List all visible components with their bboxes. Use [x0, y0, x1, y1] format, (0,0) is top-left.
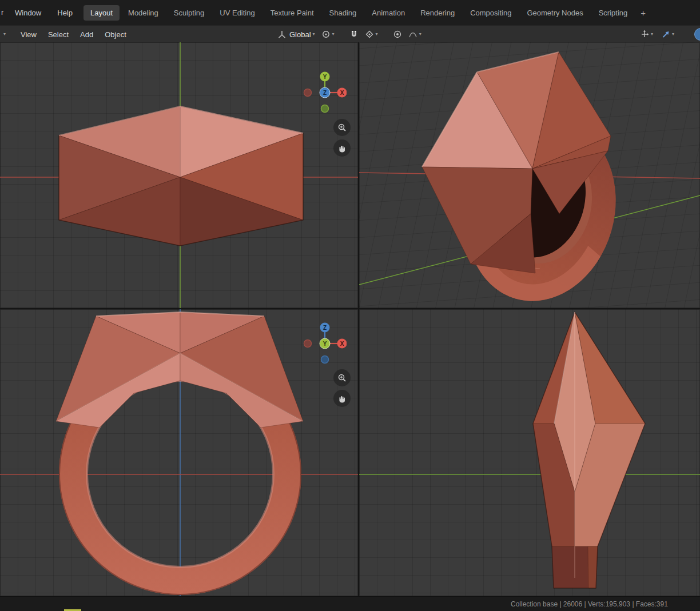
chevron-down-icon: ▾ [651, 32, 653, 37]
viewport-top-view[interactable]: Y X Z [0, 42, 358, 308]
menu-help[interactable]: Help [57, 9, 73, 17]
zoom-button[interactable] [333, 369, 351, 386]
viewport-side-view[interactable] [359, 309, 700, 596]
menu-cut[interactable]: r [1, 8, 3, 17]
ring-model-front-view[interactable] [56, 312, 303, 595]
overlays-arrow-icon [661, 30, 670, 39]
workspace-tab-compositing[interactable]: Compositing [463, 5, 518, 21]
hand-icon [337, 394, 347, 403]
workspace-tab-geometry-nodes[interactable]: Geometry Nodes [520, 5, 590, 21]
zoom-button[interactable] [333, 119, 351, 136]
hand-icon [337, 143, 347, 153]
topbar-menus: Window Help [15, 0, 73, 25]
svg-text:X: X [340, 341, 344, 347]
workspace-tab-rendering[interactable]: Rendering [413, 5, 462, 21]
menu-select[interactable]: Select [48, 30, 69, 39]
ring-model-side-view[interactable] [533, 312, 645, 588]
orientation-label: Global [289, 30, 311, 39]
viewport-header: ▾ View Select Add Object Global ▾ [0, 25, 700, 43]
overlays-dropdown[interactable]: ▾ [659, 29, 676, 40]
menu-add[interactable]: Add [80, 30, 93, 39]
add-workspace-button[interactable]: + [636, 5, 650, 21]
statusbar: Collection base | 26006 | Verts:195,903 … [0, 596, 700, 611]
menu-window[interactable]: Window [15, 9, 41, 17]
gizmos-icon [640, 30, 649, 39]
workspace-tab-animation[interactable]: Animation [365, 5, 412, 21]
workspace-tab-sculpting[interactable]: Sculpting [167, 5, 211, 21]
svg-text:Y: Y [323, 74, 327, 80]
falloff-dropdown[interactable]: ▾ [407, 29, 423, 40]
viewport-perspective-view[interactable] [359, 42, 700, 308]
pan-button[interactable] [333, 139, 351, 157]
viewport-display-controls: ▾ ▾ [638, 26, 676, 43]
magnifier-plus-icon [337, 373, 347, 382]
workspace-tabs: Layout Modeling Sculpting UV Editing Tex… [83, 0, 650, 25]
transform-orientation-icon [277, 30, 287, 39]
proportional-editing-icon [393, 30, 402, 39]
workspace-tab-uv-editing[interactable]: UV Editing [213, 5, 261, 21]
viewport-controls: Global ▾ ▾ [276, 26, 423, 43]
pivot-point-dropdown[interactable]: ▾ [320, 29, 336, 40]
magnet-icon [349, 30, 359, 39]
workspace-tab-shading[interactable]: Shading [323, 5, 364, 21]
chevron-down-icon: ▾ [313, 32, 315, 37]
chevron-down-icon: ▾ [672, 32, 674, 37]
workspace-tab-scripting[interactable]: Scripting [592, 5, 635, 21]
snap-target-icon [365, 30, 374, 39]
scene-statistics: Collection base | 26006 | Verts:195,903 … [511, 600, 668, 608]
editor-type-dropdown[interactable]: ▾ [3, 32, 6, 37]
viewport-front-view[interactable]: Z X Y [0, 309, 358, 596]
viewport-menus: View Select Add Object [21, 26, 126, 43]
gizmo-axis-z-negative[interactable] [321, 356, 329, 364]
svg-text:Z: Z [323, 325, 327, 331]
snap-toggle-button[interactable] [348, 29, 360, 40]
ring-model-top-view[interactable] [59, 106, 303, 246]
gizmo-axis-x-negative[interactable] [304, 89, 312, 97]
navigation-gizmo[interactable]: Z X Y [303, 322, 347, 365]
svg-text:Z: Z [323, 90, 327, 96]
svg-text:Y: Y [323, 341, 327, 347]
chevron-down-icon: ▾ [419, 32, 421, 37]
topbar: r Window Help Layout Modeling Sculpting … [0, 0, 700, 25]
magnifier-plus-icon [337, 123, 347, 132]
quad-view: Y X Z [0, 42, 700, 596]
transform-orientation-dropdown[interactable]: Global ▾ [276, 29, 317, 40]
menu-object[interactable]: Object [105, 30, 126, 39]
workspace-tab-layout[interactable]: Layout [83, 5, 120, 21]
chevron-down-icon: ▾ [376, 32, 378, 37]
workspace-tab-texture-paint[interactable]: Texture Paint [264, 5, 321, 21]
pivot-point-icon [321, 30, 331, 39]
gizmo-axis-x-negative[interactable] [304, 340, 312, 348]
gizmo-axis-y-negative[interactable] [321, 105, 329, 113]
falloff-curve-icon [408, 30, 417, 39]
proportional-editing-toggle[interactable] [391, 29, 404, 40]
svg-text:X: X [340, 90, 344, 96]
navigation-gizmo[interactable]: Y X Z [303, 71, 347, 114]
ring-model-perspective[interactable] [422, 52, 637, 308]
menu-view[interactable]: View [21, 30, 37, 39]
pan-button[interactable] [333, 390, 351, 407]
chevron-down-icon: ▾ [332, 32, 335, 37]
show-gizmos-dropdown[interactable]: ▾ [638, 29, 655, 40]
blender-window: r Window Help Layout Modeling Sculpting … [0, 0, 700, 611]
workspace-tab-modeling[interactable]: Modeling [121, 5, 165, 21]
snap-with-dropdown[interactable]: ▾ [363, 29, 380, 40]
